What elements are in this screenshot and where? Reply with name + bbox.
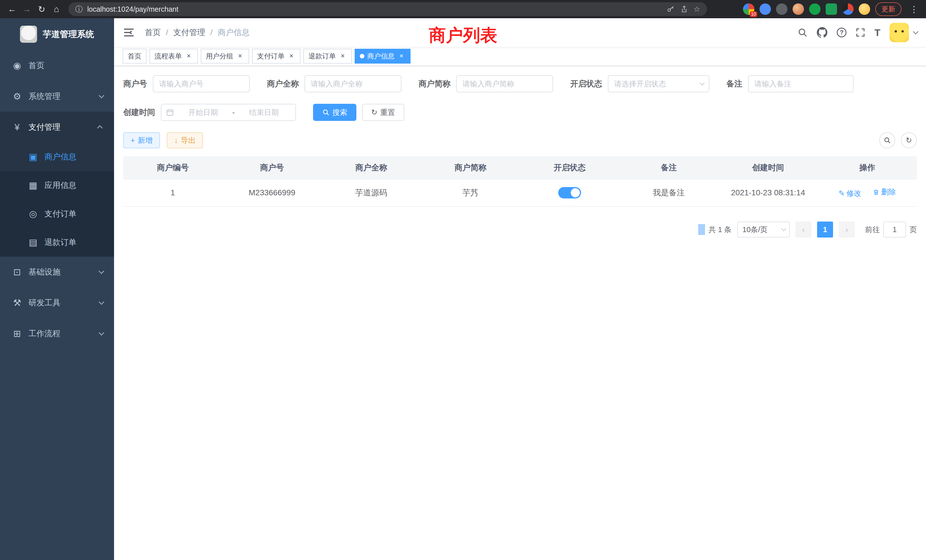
address-bar[interactable]: ⓘ localhost:1024/pay/merchant ☆ bbox=[68, 2, 707, 16]
pagination: 共 1 条 10条/页 ‹ 1 › 前往 页 bbox=[123, 221, 917, 238]
merchant-no-input[interactable] bbox=[153, 75, 250, 92]
page-number-1[interactable]: 1 bbox=[817, 221, 833, 238]
bookmark-star-icon[interactable]: ☆ bbox=[694, 5, 700, 14]
col-merchant-no: 商户号 bbox=[222, 156, 322, 179]
close-icon[interactable]: × bbox=[339, 52, 346, 60]
chevron-down-icon bbox=[781, 226, 786, 231]
search-button[interactable]: 搜索 bbox=[313, 104, 356, 121]
sidebar-item-devtools[interactable]: ⚒ 研发工具 bbox=[0, 288, 114, 318]
close-icon[interactable]: × bbox=[287, 52, 295, 60]
prev-page-button[interactable]: ‹ bbox=[796, 221, 811, 238]
tab-label: 支付订单 bbox=[257, 51, 284, 61]
filter-label: 备注 bbox=[726, 79, 742, 89]
back-icon[interactable]: ← bbox=[5, 2, 20, 17]
filter-status: 开启状态 请选择开启状态 bbox=[570, 75, 709, 92]
home-icon[interactable]: ⌂ bbox=[49, 2, 64, 17]
url-text[interactable]: localhost:1024/pay/merchant bbox=[87, 5, 179, 14]
header-search-icon[interactable] bbox=[797, 27, 808, 38]
status-toggle[interactable] bbox=[558, 187, 581, 198]
tab-refund-order[interactable]: 退款订单 × bbox=[303, 49, 352, 64]
date-separator: - bbox=[232, 108, 235, 117]
next-page-button[interactable]: › bbox=[839, 221, 855, 238]
sidebar-item-home[interactable]: ◉ 首页 bbox=[0, 50, 114, 81]
delete-label: 删除 bbox=[881, 187, 896, 197]
forward-icon[interactable]: → bbox=[20, 2, 34, 17]
filter-label: 商户简称 bbox=[419, 79, 451, 89]
toolbar-right: ↻ bbox=[879, 132, 917, 148]
breadcrumb-home[interactable]: 首页 bbox=[145, 27, 161, 38]
sidebar-item-refund-order[interactable]: ▤ 退款订单 bbox=[0, 228, 114, 257]
extension-icon-1[interactable]: 10 bbox=[743, 3, 754, 15]
browser-profile-avatar[interactable] bbox=[859, 3, 870, 15]
font-size-icon[interactable]: T bbox=[875, 27, 881, 38]
status-select[interactable]: 请选择开启状态 bbox=[608, 75, 709, 92]
tab-merchant-info[interactable]: 商户信息 × bbox=[355, 49, 410, 64]
close-icon[interactable]: × bbox=[236, 52, 244, 60]
app-logo-row[interactable]: 芋道管理系统 bbox=[0, 18, 114, 50]
sidebar-item-infrastructure[interactable]: ⊡ 基础设施 bbox=[0, 257, 114, 288]
sidebar-item-label: 基础设施 bbox=[29, 266, 61, 277]
tab-user-group[interactable]: 用户分组 × bbox=[201, 49, 249, 64]
sidebar-item-workflow[interactable]: ⊞ 工作流程 bbox=[0, 318, 114, 349]
tab-process-form[interactable]: 流程表单 × bbox=[150, 49, 198, 64]
user-menu[interactable] bbox=[890, 23, 917, 42]
reload-icon[interactable]: ↻ bbox=[34, 2, 49, 17]
add-button[interactable]: + 新增 bbox=[123, 132, 160, 148]
breadcrumb-payment[interactable]: 支付管理 bbox=[173, 27, 205, 38]
toggle-search-button[interactable] bbox=[879, 132, 895, 148]
sidebar-item-label: 工作流程 bbox=[29, 328, 61, 339]
page-content: 商户号 商户全称 商户简称 开启状态 请选择开启状态 bbox=[114, 66, 926, 560]
delete-link[interactable]: 删除 bbox=[873, 187, 896, 197]
sidebar-item-system[interactable]: ⚙ 系统管理 bbox=[0, 81, 114, 112]
sidebar-item-pay-order[interactable]: ◎ 支付订单 bbox=[0, 200, 114, 228]
caret-down-icon bbox=[913, 29, 918, 35]
remark-input[interactable] bbox=[748, 75, 853, 92]
sidebar-item-app-info[interactable]: ▦ 应用信息 bbox=[0, 171, 114, 200]
sidebar-item-label: 支付订单 bbox=[44, 209, 76, 219]
goto-page-input[interactable] bbox=[883, 221, 906, 238]
github-icon[interactable] bbox=[817, 27, 828, 38]
extension-icon-3[interactable] bbox=[776, 3, 787, 15]
create-time-range-picker[interactable]: 开始日期 - 结束日期 bbox=[161, 104, 296, 121]
close-icon[interactable]: × bbox=[185, 52, 193, 60]
hamburger-icon[interactable] bbox=[123, 26, 136, 39]
export-button[interactable]: ↓ 导出 bbox=[167, 132, 203, 148]
refresh-icon: ↻ bbox=[371, 109, 377, 116]
site-info-icon[interactable]: ⓘ bbox=[75, 4, 83, 14]
table-header-row: 商户编号 商户号 商户全称 商户简称 开启状态 备注 创建时间 操作 bbox=[123, 156, 917, 179]
chevron-down-icon bbox=[98, 268, 104, 274]
help-icon[interactable]: ? bbox=[837, 28, 846, 37]
password-key-icon[interactable] bbox=[667, 5, 675, 13]
tab-pay-order[interactable]: 支付订单 × bbox=[252, 49, 301, 64]
extension-icon-6[interactable] bbox=[826, 3, 837, 15]
short-name-input[interactable] bbox=[456, 75, 553, 92]
fullscreen-icon[interactable] bbox=[856, 28, 865, 37]
full-name-input[interactable] bbox=[304, 75, 401, 92]
sidebar-item-merchant-info[interactable]: ▣ 商户信息 bbox=[0, 142, 114, 171]
extension-icon-2[interactable] bbox=[760, 3, 771, 15]
breadcrumb: 首页 / 支付管理 / 商户信息 bbox=[145, 27, 250, 38]
share-icon[interactable] bbox=[681, 5, 688, 13]
sidebar-item-payment[interactable]: ¥ 支付管理 bbox=[0, 112, 114, 142]
tab-label: 用户分组 bbox=[206, 51, 233, 61]
tags-view-bar: 首页 流程表单 × 用户分组 × 支付订单 × 退款订单 × bbox=[114, 47, 926, 66]
reset-button[interactable]: ↻ 重置 bbox=[362, 104, 404, 121]
extension-icon-7[interactable] bbox=[842, 3, 853, 15]
browser-update-button[interactable]: 更新 bbox=[875, 2, 902, 16]
total-count: 共 1 条 bbox=[708, 225, 732, 235]
col-short-name: 商户简称 bbox=[421, 156, 520, 179]
edit-link[interactable]: ✎ 修改 bbox=[838, 188, 861, 198]
export-button-label: 导出 bbox=[181, 135, 195, 145]
extension-icon-5[interactable] bbox=[809, 3, 820, 15]
breadcrumb-separator: / bbox=[210, 28, 213, 37]
refresh-table-button[interactable]: ↻ bbox=[901, 132, 917, 148]
page-size-value: 10条/页 bbox=[742, 225, 767, 235]
chevron-down-icon bbox=[700, 81, 705, 86]
tab-home[interactable]: 首页 bbox=[123, 49, 147, 64]
status-select-placeholder: 请选择开启状态 bbox=[614, 79, 666, 89]
search-icon bbox=[322, 109, 330, 116]
close-icon[interactable]: × bbox=[398, 52, 406, 60]
browser-menu-icon[interactable]: ⋮ bbox=[906, 2, 921, 17]
extension-icon-4[interactable] bbox=[793, 3, 804, 15]
page-size-select[interactable]: 10条/页 bbox=[737, 221, 790, 238]
